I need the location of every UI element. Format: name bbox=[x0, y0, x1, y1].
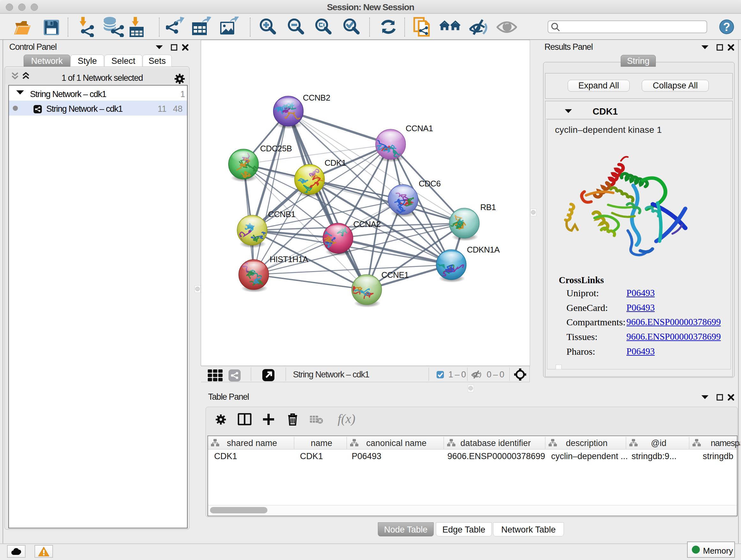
svg-text:CCNA1: CCNA1 bbox=[406, 124, 433, 133]
svg-text:CCNE1: CCNE1 bbox=[381, 270, 409, 280]
svg-text:CCNA2: CCNA2 bbox=[353, 219, 381, 229]
svg-text:CDC6: CDC6 bbox=[419, 179, 441, 188]
svg-text:CDC25B: CDC25B bbox=[260, 144, 292, 153]
svg-text:CCNB1: CCNB1 bbox=[268, 209, 295, 219]
svg-text:RB1: RB1 bbox=[480, 202, 496, 212]
svg-text:HIST1H1A: HIST1H1A bbox=[270, 254, 308, 264]
svg-text:CCNB2: CCNB2 bbox=[303, 93, 330, 103]
svg-text:CDK1: CDK1 bbox=[325, 158, 346, 168]
svg-text:CDKN1A: CDKN1A bbox=[467, 245, 500, 254]
